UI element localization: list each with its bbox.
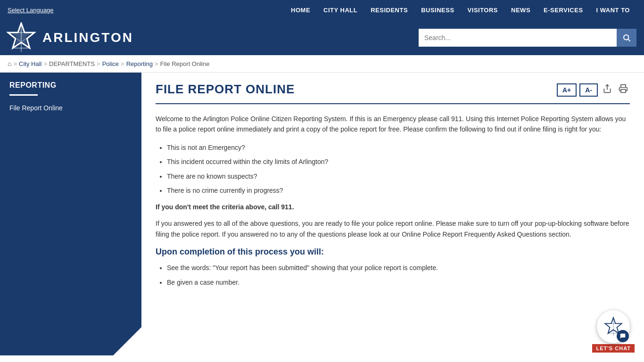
list-item: See the words: "Your report has been sub… bbox=[167, 263, 630, 273]
nav-iwantto[interactable]: I WANT TO bbox=[590, 0, 636, 20]
completion-heading: Upon completion of this process you will… bbox=[156, 247, 630, 257]
main-layout: REPORTING File Report Online FILE REPORT… bbox=[0, 73, 644, 355]
city-name: Arlington bbox=[42, 30, 133, 45]
sidebar: REPORTING File Report Online bbox=[0, 73, 141, 355]
intro-paragraph: Welcome to the Arlington Police Online C… bbox=[156, 114, 630, 135]
chat-message-icon bbox=[617, 330, 629, 342]
breadcrumb-cityhall[interactable]: City Hall bbox=[19, 60, 41, 67]
page-title: FILE REPORT ONLINE bbox=[156, 82, 295, 97]
search-icon bbox=[622, 33, 631, 42]
sidebar-tail-decoration bbox=[113, 327, 141, 355]
language-selector[interactable]: Select Language bbox=[8, 7, 54, 14]
list-item: This incident occurred within the city l… bbox=[167, 156, 630, 167]
top-bar: Select Language HOME CITY HALL RESIDENTS… bbox=[0, 0, 644, 20]
breadcrumb-departments: DEPARTMENTS bbox=[49, 60, 95, 67]
breadcrumb-reporting[interactable]: Reporting bbox=[126, 60, 153, 67]
search-input[interactable] bbox=[419, 29, 617, 47]
svg-line-8 bbox=[628, 39, 630, 41]
site-header: Arlington bbox=[0, 20, 644, 55]
breadcrumb: ⌂ > City Hall > DEPARTMENTS > Police > R… bbox=[0, 55, 644, 73]
sidebar-item-file-report[interactable]: File Report Online bbox=[0, 99, 141, 116]
sidebar-title: REPORTING bbox=[0, 73, 141, 94]
chat-bubble bbox=[597, 310, 630, 343]
breadcrumb-sep-2: > bbox=[97, 60, 100, 67]
breadcrumb-current: File Report Online bbox=[160, 60, 210, 67]
decrease-font-button[interactable]: A- bbox=[579, 83, 598, 97]
increase-font-button[interactable]: A+ bbox=[557, 83, 577, 97]
completion-list: See the words: "Your report has been sub… bbox=[167, 263, 630, 288]
search-button[interactable] bbox=[617, 29, 636, 47]
chat-widget[interactable]: LET'S CHAT bbox=[592, 310, 635, 353]
nav-business[interactable]: BUSINESS bbox=[414, 0, 461, 20]
nav-eservices[interactable]: E-SERVICES bbox=[537, 0, 590, 20]
top-navigation: HOME CITY HALL RESIDENTS BUSINESS VISITO… bbox=[284, 0, 636, 20]
nav-home[interactable]: HOME bbox=[284, 0, 317, 20]
search-area bbox=[419, 29, 636, 47]
nav-city-hall[interactable]: CITY HALL bbox=[317, 0, 364, 20]
nav-news[interactable]: NEWS bbox=[504, 0, 537, 20]
breadcrumb-sep-4: > bbox=[155, 60, 158, 67]
breadcrumb-sep-3: > bbox=[121, 60, 124, 67]
nav-visitors[interactable]: VISITORS bbox=[461, 0, 504, 20]
share-button[interactable] bbox=[601, 82, 614, 98]
breadcrumb-police[interactable]: Police bbox=[102, 60, 119, 67]
list-item: This is not an Emergency? bbox=[167, 142, 630, 153]
list-item: There are no known suspects? bbox=[167, 171, 630, 181]
breadcrumb-sep-1: > bbox=[43, 60, 47, 67]
logo-area[interactable]: Arlington bbox=[5, 22, 133, 53]
breadcrumb-sep-0: > bbox=[13, 60, 17, 67]
svg-rect-10 bbox=[621, 90, 626, 93]
list-item: There is no crime currently in progress? bbox=[167, 185, 630, 196]
arlington-star-logo bbox=[5, 22, 38, 53]
print-icon bbox=[619, 84, 628, 93]
page-header-row: FILE REPORT ONLINE A+ A- bbox=[156, 82, 630, 104]
sidebar-divider bbox=[9, 94, 38, 96]
content-area: FILE REPORT ONLINE A+ A- bbox=[141, 73, 644, 355]
toolbar: A+ A- bbox=[557, 82, 630, 98]
nav-residents[interactable]: RESIDENTS bbox=[364, 0, 414, 20]
share-icon bbox=[603, 84, 612, 93]
ready-paragraph: If you answered yes to all of the above … bbox=[156, 218, 630, 239]
chat-label[interactable]: LET'S CHAT bbox=[592, 344, 635, 353]
checklist: This is not an Emergency? This incident … bbox=[167, 142, 630, 196]
print-button[interactable] bbox=[617, 82, 630, 98]
home-icon[interactable]: ⌂ bbox=[8, 60, 11, 67]
criteria-warning: If you don't meet the criteria above, ca… bbox=[156, 203, 630, 211]
list-item: Be given a case number. bbox=[167, 277, 630, 288]
svg-point-7 bbox=[624, 35, 629, 40]
